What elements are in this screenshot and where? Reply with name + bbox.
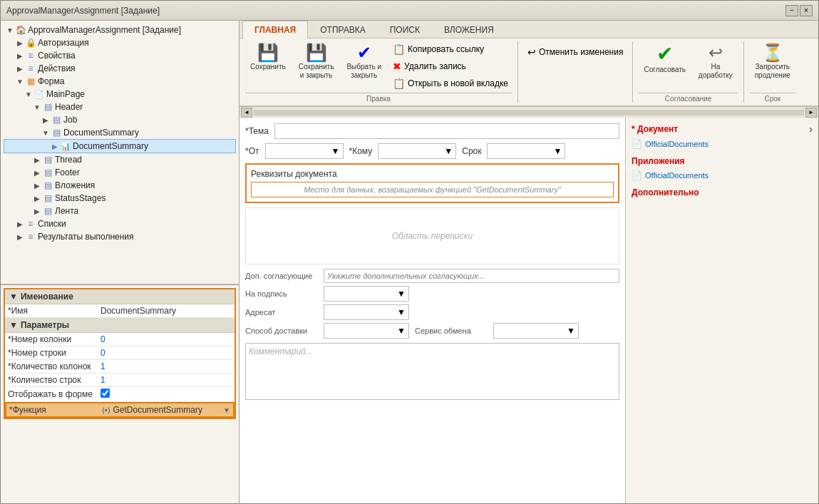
approve-button[interactable]: ✔ Согласовать — [639, 41, 691, 77]
save-close-label: Сохранитьи закрыть — [299, 63, 334, 80]
tree-expander-actions[interactable]: ▶ — [15, 63, 25, 73]
tree-item-attachments[interactable]: ▶ ▤ Вложения — [4, 179, 236, 192]
home-icon: 🏠 — [15, 24, 26, 36]
tree-area: ▼ 🏠 ApprovalManagerAssignment [Задание] … — [1, 21, 239, 284]
tree-expander-lenta[interactable]: ▶ — [32, 206, 42, 216]
tree-expander-results[interactable]: ▶ — [15, 232, 25, 242]
tree-item-root[interactable]: ▼ 🏠 ApprovalManagerAssignment [Задание] — [4, 24, 236, 36]
sidebar-additional-title: Дополнительно — [632, 187, 813, 197]
open-tab-button[interactable]: 📋 Открыть в новой вкладке — [389, 76, 512, 91]
form-sidebar: * Документ › OfficialDocuments Приложени… — [626, 118, 818, 503]
tree-item-lenta[interactable]: ▶ ▤ Лента — [4, 205, 236, 217]
to-label: *Кому — [349, 146, 373, 156]
tree-item-docsummary[interactable]: ▶ 📊 DocumentSummary — [4, 139, 236, 153]
tree-expander-lists[interactable]: ▶ — [15, 219, 25, 229]
tree-item-actions[interactable]: ▶ ≡ Действия — [4, 62, 236, 75]
save-icon: 💾 — [257, 44, 279, 61]
tree-label-mainpage: MainPage — [46, 89, 85, 99]
delete-record-button[interactable]: ✖ Удалить запись — [389, 58, 512, 74]
subject-input[interactable] — [274, 123, 619, 139]
props-label-rowcount: *Количество строк — [8, 375, 101, 385]
save-close-button[interactable]: 💾 Сохранитьи закрыть — [294, 41, 339, 83]
tree-item-footer[interactable]: ▶ ▤ Footer — [4, 166, 236, 179]
tree-item-header[interactable]: ▼ ▤ Header — [4, 101, 236, 113]
tree-expander-docsummary[interactable]: ▶ — [50, 141, 60, 151]
tree-expander-statusstages[interactable]: ▶ — [32, 193, 42, 203]
rework-button[interactable]: ↩ Надоработку — [694, 41, 738, 83]
scroll-track-h[interactable] — [254, 110, 804, 115]
tree-expander-mainpage[interactable]: ▼ — [24, 89, 34, 99]
from-select[interactable]: ▼ — [265, 143, 344, 159]
minimize-button[interactable]: − — [785, 5, 798, 16]
comment-box[interactable]: Комментарий... — [245, 343, 619, 400]
showform-checkbox[interactable] — [101, 389, 110, 398]
tree-expander-docsummary-parent[interactable]: ▼ — [41, 128, 51, 138]
tree-item-results[interactable]: ▶ ≡ Результаты выполнения — [4, 230, 236, 243]
actions-icon: ≡ — [25, 63, 36, 74]
tree-expander-job[interactable]: ▶ — [41, 115, 51, 125]
additional-signers-input[interactable] — [324, 269, 619, 283]
tree-item-thread[interactable]: ▶ ▤ Thread — [4, 153, 236, 166]
tree-item-form[interactable]: ▼ ▦ Форма — [4, 75, 236, 88]
scroll-left-arrow[interactable]: ◄ — [241, 108, 252, 118]
sidebar-document-link-0[interactable]: OfficialDocuments — [632, 138, 813, 150]
signature-select[interactable]: ▼ — [324, 286, 409, 302]
tab-attachments[interactable]: ВЛОЖЕНИЯ — [432, 21, 506, 38]
results-icon: ≡ — [25, 231, 36, 242]
from-arrow: ▼ — [331, 146, 340, 156]
save-close-icon: 💾 — [306, 44, 327, 61]
tree-expander-thread[interactable]: ▶ — [32, 155, 42, 165]
tree-expander-attachments[interactable]: ▶ — [32, 180, 42, 190]
naming-group-expand[interactable]: ▼ — [9, 292, 18, 302]
tree-item-mainpage[interactable]: ▼ 📄 MainPage — [4, 88, 236, 101]
header-icon: ▤ — [42, 101, 53, 113]
tree-item-docsummary-parent[interactable]: ▼ ▤ DocumentSummary — [4, 126, 236, 139]
tree-expander-form[interactable]: ▼ — [15, 76, 25, 86]
tree-item-lists[interactable]: ▶ ≡ Списки — [4, 217, 236, 230]
comment-placeholder: Комментарий... — [249, 346, 313, 356]
sidebar-expand-icon[interactable]: › — [809, 123, 813, 135]
sidebar-attachments-label: Приложения — [632, 156, 685, 166]
tab-main[interactable]: ГЛАВНАЯ — [242, 21, 308, 38]
delivery-label: Способ доставки — [245, 326, 324, 335]
props-row-rowcount: *Количество строк 1 — [5, 374, 235, 387]
select-close-button[interactable]: ✔ Выбрать изакрыть — [341, 41, 386, 83]
addressee-select[interactable]: ▼ — [324, 304, 409, 320]
exchange-select[interactable]: ▼ — [493, 323, 579, 339]
maximize-button[interactable]: × — [800, 5, 813, 16]
footer-icon: ▤ — [42, 167, 53, 178]
tree-item-props[interactable]: ▶ ≡ Свойства — [4, 49, 236, 62]
tree-label-attachments: Вложения — [55, 180, 95, 190]
sidebar-attachment-link-0[interactable]: OfficialDocuments — [632, 169, 813, 182]
params-group-expand[interactable]: ▼ — [9, 320, 18, 330]
deadline-label: Срок — [462, 146, 481, 156]
tab-search[interactable]: ПОИСК — [378, 21, 432, 38]
tree-item-statusstages[interactable]: ▶ ▤ StatusStages — [4, 192, 236, 205]
tree-item-job[interactable]: ▶ ▤ Job — [4, 113, 236, 126]
ribbon-group-save: 💾 Сохранить 💾 Сохранитьи закрыть ✔ Выбра… — [245, 41, 518, 103]
tree-expander-auth[interactable]: ▶ — [15, 38, 25, 48]
scroll-right-arrow[interactable]: ► — [805, 108, 817, 118]
sidebar-attachments-title: Приложения — [632, 156, 813, 166]
tree-label-header: Header — [55, 102, 83, 112]
group-label-deadline: Срок — [750, 93, 795, 103]
save-button[interactable]: 💾 Сохранить — [245, 41, 291, 74]
tree-label-docsummary-parent: DocumentSummary — [63, 128, 139, 138]
copy-link-button[interactable]: 📋 Копировать ссылку — [389, 41, 512, 57]
props-row-rownum: *Номер строки 0 — [5, 346, 235, 360]
delivery-select[interactable]: ▼ — [324, 323, 409, 339]
tree-expander[interactable]: ▼ — [5, 25, 15, 35]
cancel-changes-button[interactable]: ↩ Отменить изменения — [524, 44, 627, 60]
tab-send[interactable]: ОТПРАВКА — [308, 21, 378, 38]
tree-expander-props[interactable]: ▶ — [15, 51, 25, 61]
sidebar-additional-label: Дополнительно — [632, 187, 699, 197]
props-label-colcount: *Количество колонок — [8, 361, 101, 371]
deadline-select[interactable]: ▼ — [487, 143, 565, 159]
to-select[interactable]: ▼ — [378, 143, 456, 159]
tree-expander-header[interactable]: ▼ — [32, 102, 42, 112]
tree-item-auth[interactable]: ▶ 🔒 Авторизация — [4, 36, 236, 49]
sidebar-attachments-section: Приложения OfficialDocuments — [632, 156, 813, 182]
tree-expander-footer[interactable]: ▶ — [32, 168, 42, 178]
tree-label-statusstages: StatusStages — [55, 193, 105, 203]
extend-button[interactable]: ⏳ Запроситьпродление — [750, 41, 795, 83]
